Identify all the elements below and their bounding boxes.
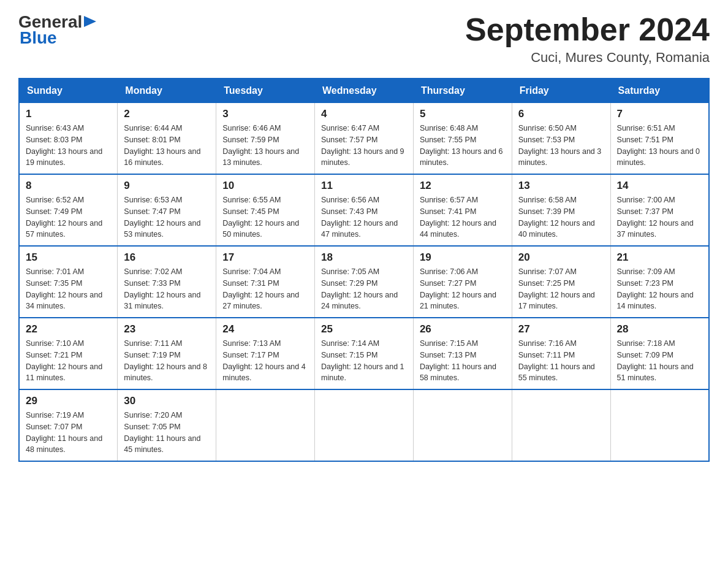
day-number: 4 bbox=[321, 108, 407, 120]
day-info: Sunrise: 7:11 AMSunset: 7:19 PMDaylight:… bbox=[124, 338, 210, 384]
page-header: General Blue September 2024 Cuci, Mures … bbox=[18, 12, 710, 66]
calendar-week-5: 29Sunrise: 7:19 AMSunset: 7:07 PMDayligh… bbox=[19, 389, 709, 461]
day-info: Sunrise: 7:07 AMSunset: 7:25 PMDaylight:… bbox=[518, 266, 604, 312]
day-info: Sunrise: 7:01 AMSunset: 7:35 PMDaylight:… bbox=[26, 266, 111, 312]
day-info: Sunrise: 6:46 AMSunset: 7:59 PMDaylight:… bbox=[222, 123, 308, 169]
day-info: Sunrise: 6:58 AMSunset: 7:39 PMDaylight:… bbox=[518, 194, 604, 240]
calendar-cell-week5-day2: 30Sunrise: 7:20 AMSunset: 7:05 PMDayligh… bbox=[118, 389, 216, 461]
day-number: 2 bbox=[124, 108, 210, 120]
calendar-cell-week2-day4: 11Sunrise: 6:56 AMSunset: 7:43 PMDayligh… bbox=[315, 174, 414, 246]
day-info: Sunrise: 6:55 AMSunset: 7:45 PMDaylight:… bbox=[222, 194, 308, 240]
weekday-header-tuesday: Tuesday bbox=[216, 79, 315, 103]
title-section: September 2024 Cuci, Mures County, Roman… bbox=[465, 12, 710, 66]
day-number: 28 bbox=[617, 323, 702, 335]
calendar-week-3: 15Sunrise: 7:01 AMSunset: 7:35 PMDayligh… bbox=[19, 246, 709, 318]
day-number: 10 bbox=[222, 180, 308, 192]
day-number: 30 bbox=[124, 395, 210, 407]
calendar-cell-week2-day7: 14Sunrise: 7:00 AMSunset: 7:37 PMDayligh… bbox=[610, 174, 709, 246]
day-info: Sunrise: 7:18 AMSunset: 7:09 PMDaylight:… bbox=[617, 338, 702, 384]
day-number: 9 bbox=[124, 180, 210, 192]
day-info: Sunrise: 6:44 AMSunset: 8:01 PMDaylight:… bbox=[124, 123, 210, 169]
logo: General Blue bbox=[18, 12, 100, 48]
day-number: 3 bbox=[222, 108, 308, 120]
calendar-cell-week3-day2: 16Sunrise: 7:02 AMSunset: 7:33 PMDayligh… bbox=[118, 246, 216, 318]
day-number: 24 bbox=[222, 323, 308, 335]
calendar-cell-week1-day7: 7Sunrise: 6:51 AMSunset: 7:51 PMDaylight… bbox=[610, 103, 709, 175]
calendar-week-1: 1Sunrise: 6:43 AMSunset: 8:03 PMDaylight… bbox=[19, 103, 709, 175]
calendar-cell-week1-day2: 2Sunrise: 6:44 AMSunset: 8:01 PMDaylight… bbox=[118, 103, 216, 175]
calendar-cell-week3-day4: 18Sunrise: 7:05 AMSunset: 7:29 PMDayligh… bbox=[315, 246, 414, 318]
weekday-header-saturday: Saturday bbox=[610, 79, 709, 103]
day-number: 27 bbox=[518, 323, 604, 335]
calendar-cell-week5-day5 bbox=[413, 389, 512, 461]
day-number: 19 bbox=[420, 251, 506, 264]
day-number: 22 bbox=[26, 323, 111, 335]
calendar-cell-week4-day1: 22Sunrise: 7:10 AMSunset: 7:21 PMDayligh… bbox=[19, 318, 118, 389]
day-info: Sunrise: 6:43 AMSunset: 8:03 PMDaylight:… bbox=[26, 123, 111, 169]
calendar-cell-week3-day7: 21Sunrise: 7:09 AMSunset: 7:23 PMDayligh… bbox=[610, 246, 709, 318]
weekday-header-row: SundayMondayTuesdayWednesdayThursdayFrid… bbox=[19, 79, 709, 103]
calendar-cell-week4-day3: 24Sunrise: 7:13 AMSunset: 7:17 PMDayligh… bbox=[216, 318, 315, 389]
day-number: 7 bbox=[617, 108, 702, 120]
day-number: 12 bbox=[420, 180, 506, 192]
day-number: 21 bbox=[617, 251, 702, 264]
calendar-cell-week3-day6: 20Sunrise: 7:07 AMSunset: 7:25 PMDayligh… bbox=[512, 246, 610, 318]
day-number: 6 bbox=[518, 108, 604, 120]
day-info: Sunrise: 7:00 AMSunset: 7:37 PMDaylight:… bbox=[617, 194, 702, 240]
weekday-header-monday: Monday bbox=[118, 79, 216, 103]
calendar-cell-week1-day6: 6Sunrise: 6:50 AMSunset: 7:53 PMDaylight… bbox=[512, 103, 610, 175]
day-number: 13 bbox=[518, 180, 604, 192]
day-number: 26 bbox=[420, 323, 506, 335]
calendar-title: September 2024 bbox=[465, 12, 710, 47]
calendar-cell-week3-day1: 15Sunrise: 7:01 AMSunset: 7:35 PMDayligh… bbox=[19, 246, 118, 318]
calendar-cell-week1-day3: 3Sunrise: 6:46 AMSunset: 7:59 PMDaylight… bbox=[216, 103, 315, 175]
day-info: Sunrise: 7:10 AMSunset: 7:21 PMDaylight:… bbox=[26, 338, 111, 384]
day-info: Sunrise: 6:56 AMSunset: 7:43 PMDaylight:… bbox=[321, 194, 407, 240]
calendar-cell-week5-day7 bbox=[610, 389, 709, 461]
calendar-cell-week4-day7: 28Sunrise: 7:18 AMSunset: 7:09 PMDayligh… bbox=[610, 318, 709, 389]
day-number: 8 bbox=[26, 180, 111, 192]
calendar-cell-week4-day6: 27Sunrise: 7:16 AMSunset: 7:11 PMDayligh… bbox=[512, 318, 610, 389]
day-number: 16 bbox=[124, 251, 210, 264]
calendar-cell-week5-day1: 29Sunrise: 7:19 AMSunset: 7:07 PMDayligh… bbox=[19, 389, 118, 461]
day-number: 20 bbox=[518, 251, 604, 264]
calendar-cell-week2-day1: 8Sunrise: 6:52 AMSunset: 7:49 PMDaylight… bbox=[19, 174, 118, 246]
day-info: Sunrise: 7:02 AMSunset: 7:33 PMDaylight:… bbox=[124, 266, 210, 312]
day-info: Sunrise: 7:15 AMSunset: 7:13 PMDaylight:… bbox=[420, 338, 506, 384]
calendar-week-4: 22Sunrise: 7:10 AMSunset: 7:21 PMDayligh… bbox=[19, 318, 709, 389]
day-number: 14 bbox=[617, 180, 702, 192]
calendar-cell-week4-day4: 25Sunrise: 7:14 AMSunset: 7:15 PMDayligh… bbox=[315, 318, 414, 389]
day-number: 15 bbox=[26, 251, 111, 264]
day-number: 23 bbox=[124, 323, 210, 335]
calendar-cell-week5-day6 bbox=[512, 389, 610, 461]
weekday-header-thursday: Thursday bbox=[413, 79, 512, 103]
day-info: Sunrise: 6:53 AMSunset: 7:47 PMDaylight:… bbox=[124, 194, 210, 240]
logo-arrow-icon bbox=[84, 13, 100, 29]
calendar-cell-week2-day3: 10Sunrise: 6:55 AMSunset: 7:45 PMDayligh… bbox=[216, 174, 315, 246]
day-info: Sunrise: 7:16 AMSunset: 7:11 PMDaylight:… bbox=[518, 338, 604, 384]
day-info: Sunrise: 7:20 AMSunset: 7:05 PMDaylight:… bbox=[124, 410, 210, 456]
day-info: Sunrise: 7:14 AMSunset: 7:15 PMDaylight:… bbox=[321, 338, 407, 384]
day-info: Sunrise: 7:05 AMSunset: 7:29 PMDaylight:… bbox=[321, 266, 407, 312]
calendar-subtitle: Cuci, Mures County, Romania bbox=[465, 50, 710, 66]
svg-marker-0 bbox=[84, 16, 96, 27]
day-info: Sunrise: 7:19 AMSunset: 7:07 PMDaylight:… bbox=[26, 410, 111, 456]
calendar-cell-week5-day4 bbox=[315, 389, 414, 461]
day-info: Sunrise: 6:57 AMSunset: 7:41 PMDaylight:… bbox=[420, 194, 506, 240]
calendar-cell-week3-day3: 17Sunrise: 7:04 AMSunset: 7:31 PMDayligh… bbox=[216, 246, 315, 318]
day-number: 25 bbox=[321, 323, 407, 335]
day-info: Sunrise: 7:09 AMSunset: 7:23 PMDaylight:… bbox=[617, 266, 702, 312]
day-info: Sunrise: 6:50 AMSunset: 7:53 PMDaylight:… bbox=[518, 123, 604, 169]
day-number: 5 bbox=[420, 108, 506, 120]
day-number: 29 bbox=[26, 395, 111, 407]
calendar-cell-week2-day2: 9Sunrise: 6:53 AMSunset: 7:47 PMDaylight… bbox=[118, 174, 216, 246]
weekday-header-sunday: Sunday bbox=[19, 79, 118, 103]
calendar-cell-week4-day2: 23Sunrise: 7:11 AMSunset: 7:19 PMDayligh… bbox=[118, 318, 216, 389]
logo-text-blue: Blue bbox=[20, 28, 57, 48]
calendar-cell-week1-day1: 1Sunrise: 6:43 AMSunset: 8:03 PMDaylight… bbox=[19, 103, 118, 175]
day-info: Sunrise: 7:04 AMSunset: 7:31 PMDaylight:… bbox=[222, 266, 308, 312]
calendar-week-2: 8Sunrise: 6:52 AMSunset: 7:49 PMDaylight… bbox=[19, 174, 709, 246]
day-info: Sunrise: 6:51 AMSunset: 7:51 PMDaylight:… bbox=[617, 123, 702, 169]
calendar-cell-week2-day6: 13Sunrise: 6:58 AMSunset: 7:39 PMDayligh… bbox=[512, 174, 610, 246]
calendar-cell-week3-day5: 19Sunrise: 7:06 AMSunset: 7:27 PMDayligh… bbox=[413, 246, 512, 318]
